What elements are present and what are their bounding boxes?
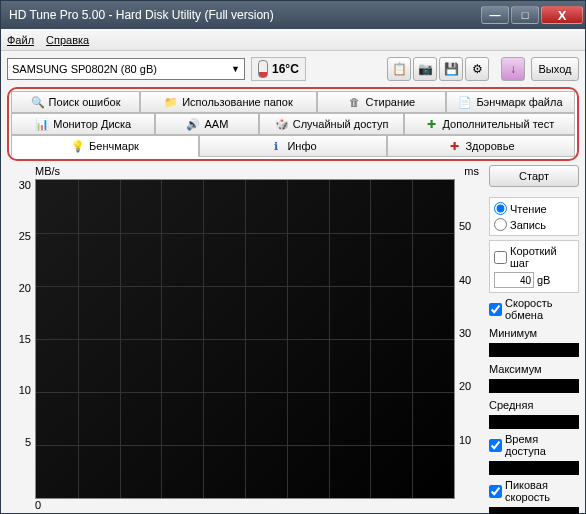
copy-icon: 📋	[392, 62, 407, 76]
start-button[interactable]: Старт	[489, 165, 579, 187]
burst-value	[489, 507, 579, 514]
avg-label: Средняя	[489, 399, 579, 411]
benchmark-chart: MB/s ms 30 25 20 15 10 5	[7, 165, 483, 514]
info-icon: ℹ	[269, 139, 283, 153]
window-title: HD Tune Pro 5.00 - Hard Disk Utility (Fu…	[9, 8, 481, 22]
tab-aam[interactable]: 🔊AAM	[155, 113, 259, 135]
save-button[interactable]: 💾	[439, 57, 463, 81]
max-label: Максимум	[489, 363, 579, 375]
access-value	[489, 461, 579, 475]
temperature-display: 16°C	[251, 57, 306, 81]
thermometer-icon	[258, 60, 268, 78]
tab-filebench[interactable]: 📄Бэнчмарк файла	[446, 91, 575, 113]
shortstroke-unit: gB	[537, 274, 550, 286]
y-axis: 30 25 20 15 10 5	[7, 179, 35, 499]
y2-axis: 50 40 30 20 10	[455, 179, 483, 499]
download-icon: ↓	[510, 62, 516, 76]
trash-icon: 🗑	[348, 95, 362, 109]
tab-health[interactable]: ✚Здоровье	[387, 135, 575, 157]
max-value	[489, 379, 579, 393]
tab-diskmon[interactable]: 📊Монитор Диска	[11, 113, 155, 135]
min-label: Минимум	[489, 327, 579, 339]
write-radio[interactable]: Запись	[494, 218, 574, 231]
download-button[interactable]: ↓	[501, 57, 525, 81]
document-icon: 📄	[458, 95, 472, 109]
copy-info-button[interactable]: 📋	[387, 57, 411, 81]
y2-axis-label: ms	[464, 165, 479, 177]
exit-button[interactable]: Выход	[531, 57, 579, 81]
tab-benchmark[interactable]: 💡Бенчмарк	[11, 135, 199, 157]
health-icon: ✚	[447, 139, 461, 153]
shortstroke-check[interactable]: Короткий шаг	[494, 245, 574, 269]
save-icon: 💾	[444, 62, 459, 76]
avg-value	[489, 415, 579, 429]
min-value	[489, 343, 579, 357]
screenshot-button[interactable]: 📷	[413, 57, 437, 81]
shortstroke-input[interactable]	[494, 272, 534, 288]
side-panel: Старт Чтение Запись Короткий шаг gB Скор…	[489, 165, 579, 514]
menu-help[interactable]: Справка	[46, 34, 89, 46]
folder-icon: 📁	[164, 95, 178, 109]
camera-icon: 📷	[418, 62, 433, 76]
tab-errorscan[interactable]: 🔍Поиск ошибок	[11, 91, 140, 113]
tab-erase[interactable]: 🗑Стирание	[317, 91, 446, 113]
chart-plot	[35, 179, 455, 499]
bulb-icon: 💡	[71, 139, 85, 153]
read-radio[interactable]: Чтение	[494, 202, 574, 215]
random-icon: 🎲	[275, 117, 289, 131]
tab-extra[interactable]: ✚Дополнительный тест	[404, 113, 575, 135]
monitor-icon: 📊	[35, 117, 49, 131]
speaker-icon: 🔊	[186, 117, 200, 131]
drive-select-value: SAMSUNG SP0802N (80 gB)	[12, 63, 157, 75]
maximize-button[interactable]: □	[511, 6, 539, 24]
tab-info[interactable]: ℹИнфо	[199, 135, 387, 157]
y-axis-label: MB/s	[35, 165, 60, 177]
menu-file[interactable]: Файл	[7, 34, 34, 46]
access-check[interactable]: Время доступа	[489, 433, 579, 457]
tab-folderusage[interactable]: 📁Использование папок	[140, 91, 317, 113]
options-button[interactable]: ⚙	[465, 57, 489, 81]
menubar: Файл Справка	[1, 29, 585, 51]
extra-icon: ✚	[425, 117, 439, 131]
temperature-value: 16°C	[272, 62, 299, 76]
drive-select[interactable]: SAMSUNG SP0802N (80 gB) ▼	[7, 58, 245, 80]
chevron-down-icon: ▼	[231, 64, 240, 74]
close-button[interactable]: X	[541, 6, 583, 24]
gear-icon: ⚙	[472, 62, 483, 76]
titlebar: HD Tune Pro 5.00 - Hard Disk Utility (Fu…	[1, 1, 585, 29]
tab-panel: 🔍Поиск ошибок 📁Использование папок 🗑Стир…	[7, 87, 579, 161]
minimize-button[interactable]: —	[481, 6, 509, 24]
magnifier-icon: 🔍	[31, 95, 45, 109]
speed-check[interactable]: Скорость обмена	[489, 297, 579, 321]
x-axis: 0	[7, 499, 483, 511]
burst-check[interactable]: Пиковая скорость	[489, 479, 579, 503]
tab-random[interactable]: 🎲Случайный доступ	[259, 113, 403, 135]
